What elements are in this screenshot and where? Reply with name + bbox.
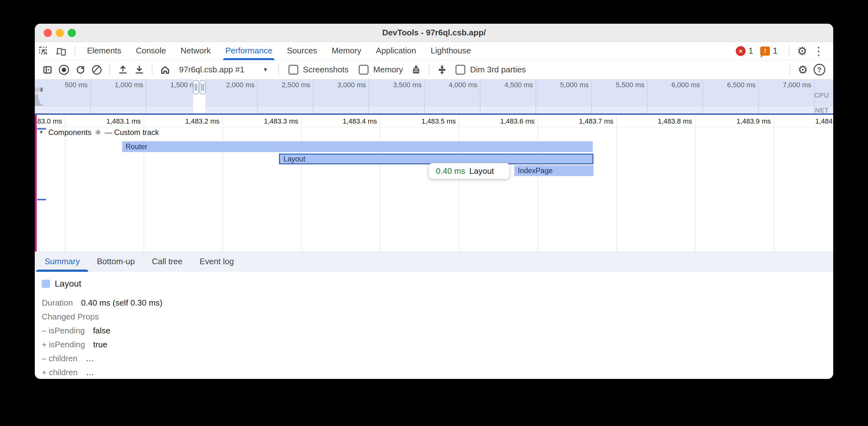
target-selector-dropdown[interactable]: 97r6ql.csb.app #1 ▼ <box>173 65 274 74</box>
overview-tick-label: 3,000 ms <box>338 81 366 89</box>
tab-lighthouse[interactable]: Lighthouse <box>424 42 478 60</box>
gridline <box>480 79 480 113</box>
gridline <box>313 79 313 113</box>
ruler-tick-label: 1,483.3 ms <box>264 117 298 126</box>
ruler-tick-label: 1,484.0 ms <box>815 117 833 126</box>
gridline <box>380 115 380 252</box>
titlebar: DevTools - 97r6ql.csb.app/ <box>35 24 833 42</box>
selection-right-handle[interactable] <box>199 80 206 95</box>
overview-tick-label: 7,000 ms <box>783 81 812 89</box>
settings-gear-icon[interactable]: ⚙ <box>794 44 810 58</box>
main-tabbar: Elements Console Network Performance Sou… <box>35 42 833 60</box>
warning-icon: ! <box>760 46 770 56</box>
gridline <box>647 79 648 113</box>
tab-memory[interactable]: Memory <box>324 42 369 60</box>
memory-label: Memory <box>373 65 403 74</box>
gridline <box>703 79 703 113</box>
tab-summary[interactable]: Summary <box>36 252 88 272</box>
divider <box>789 46 789 57</box>
ruler-border <box>35 127 833 127</box>
cpu-lane-label: CPU <box>814 91 829 100</box>
home-icon[interactable] <box>157 62 173 77</box>
gridline <box>591 79 592 113</box>
cpu-activity-silhouette <box>35 93 44 106</box>
overview-tick-label: 2,000 ms <box>226 81 255 89</box>
flame-bar-layout[interactable]: Layout <box>279 154 593 164</box>
save-profile-icon[interactable] <box>131 62 147 77</box>
overview-tick-label: 1,000 ms <box>115 81 144 89</box>
flame-bar-indexpage[interactable]: IndexPage <box>514 165 593 176</box>
target-selector-value: 97r6ql.csb.app #1 <box>179 65 245 74</box>
overview-tick-label: 6,000 ms <box>672 81 700 89</box>
frames-strip <box>35 88 43 92</box>
inspect-element-icon[interactable] <box>35 44 53 59</box>
collect-garbage-icon[interactable] <box>408 62 425 77</box>
memory-checkbox[interactable]: Memory <box>359 65 403 74</box>
capture-settings-gear-icon[interactable]: ⚙ <box>795 63 811 76</box>
more-menu-icon[interactable]: ⋮ <box>810 44 827 58</box>
gridline <box>90 79 91 113</box>
timeline-overview[interactable]: 500 ms 1,000 ms 1,500 ms 2,000 ms 2,500 … <box>35 79 833 115</box>
performance-toolbar: 97r6ql.csb.app #1 ▼ Screenshots Memory <box>35 60 833 79</box>
divider <box>278 64 279 75</box>
device-toolbar-icon[interactable] <box>53 44 70 59</box>
checkbox-icon <box>359 65 369 74</box>
details-tabbar: Summary Bottom-up Call tree Event log <box>35 252 833 272</box>
gridline <box>222 115 223 252</box>
track-name: Components <box>49 128 91 137</box>
ruler-tick-label: 1,483.2 ms <box>185 117 220 126</box>
summary-row-ispending-new: + isPending true <box>42 337 833 352</box>
toggle-sidebar-icon[interactable] <box>39 62 56 77</box>
load-profile-icon[interactable] <box>115 62 131 77</box>
gridline <box>257 79 258 113</box>
flame-bar-router[interactable]: Router <box>122 141 593 152</box>
gridline <box>695 115 695 252</box>
gridline <box>146 79 147 113</box>
overview-network-lane <box>35 106 833 114</box>
overview-tick-label: 4,500 ms <box>504 81 533 89</box>
gridline <box>616 115 617 252</box>
gridline <box>459 115 459 252</box>
ruler-tick-label: 1,483.0 ms <box>35 117 62 126</box>
summary-title-row: Layout <box>42 279 833 289</box>
gridline <box>758 79 759 113</box>
gridline <box>537 115 538 252</box>
event-color-swatch <box>42 280 50 288</box>
tab-bottom-up[interactable]: Bottom-up <box>88 252 143 272</box>
warning-count: 1 <box>773 46 778 56</box>
error-badge[interactable]: × 1 <box>736 46 753 56</box>
tab-call-tree[interactable]: Call tree <box>143 252 191 272</box>
tab-application[interactable]: Application <box>369 42 423 60</box>
help-icon[interactable]: ? <box>811 62 828 77</box>
clear-icon[interactable] <box>89 62 105 77</box>
disclosure-triangle-icon[interactable]: ▼ <box>39 129 44 136</box>
ruler-tick-label: 1,483.6 ms <box>500 117 535 126</box>
ruler-tick-label: 1,483.7 ms <box>579 117 613 126</box>
selection-left-handle[interactable] <box>193 80 199 95</box>
tab-network[interactable]: Network <box>173 42 218 60</box>
flame-chart[interactable]: 1,483.0 ms 1,483.1 ms 1,483.2 ms 1,483.3… <box>35 115 833 252</box>
overview-tick-label: 6,500 ms <box>727 81 756 89</box>
divider <box>429 64 430 75</box>
overview-tick-label: 500 ms <box>65 81 88 89</box>
collapse-flame-icon[interactable] <box>434 62 451 77</box>
tab-console[interactable]: Console <box>128 42 173 60</box>
custom-track-header[interactable]: ▼ Components ⚛ — Custom track <box>39 128 159 137</box>
summary-row-duration: Duration 0.40 ms (self 0.30 ms) <box>42 296 833 310</box>
screenshots-checkbox[interactable]: Screenshots <box>288 65 349 74</box>
tab-performance[interactable]: Performance <box>218 42 280 60</box>
gridline <box>369 79 369 113</box>
dim-3rd-parties-checkbox[interactable]: Dim 3rd parties <box>456 65 526 74</box>
dim-3rd-parties-label: Dim 3rd parties <box>470 65 526 74</box>
record-and-reload-icon[interactable] <box>72 62 89 77</box>
tab-event-log[interactable]: Event log <box>191 252 242 272</box>
tab-sources[interactable]: Sources <box>280 42 324 60</box>
track-boundary-marker <box>35 115 37 252</box>
tooltip-duration: 0.40 ms <box>436 166 465 176</box>
summary-row-changed-props: Changed Props <box>42 310 833 324</box>
scroll-marker-bottom <box>37 199 46 200</box>
record-icon[interactable] <box>56 62 72 77</box>
tab-elements[interactable]: Elements <box>80 42 128 60</box>
ruler-tick-label: 1,483.1 ms <box>106 117 141 126</box>
warning-badge[interactable]: ! 1 <box>760 46 778 56</box>
